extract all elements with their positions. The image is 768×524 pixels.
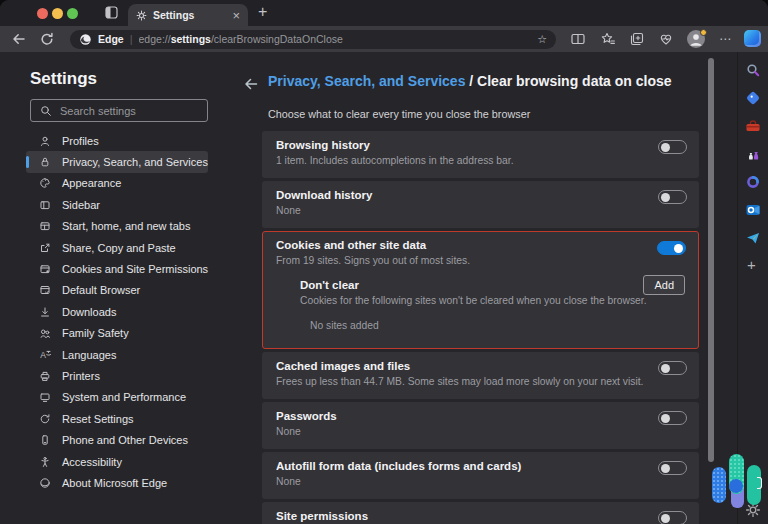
sidebar-item[interactable]: About Microsoft Edge [26, 472, 208, 493]
toggle-switch[interactable] [658, 461, 687, 475]
setting-subtitle: None [276, 476, 685, 487]
tab-title: Settings [153, 9, 226, 21]
toggle-switch[interactable] [658, 511, 687, 524]
setting-title: Passwords [276, 410, 685, 422]
sidebar-item[interactable]: Default Browser [26, 280, 208, 301]
setting-title: Autofill form data (includes forms and c… [276, 460, 685, 472]
rail-outlook-icon[interactable] [745, 202, 761, 218]
rail-tools-icon[interactable] [745, 118, 761, 134]
rail-drop-icon[interactable] [745, 230, 761, 246]
sidebar-item-label: Cookies and Site Permissions [62, 263, 208, 275]
sidebar-item-label: Default Browser [62, 284, 140, 296]
sidebar-item[interactable]: Accessibility [26, 451, 208, 472]
setting-subtitle: None [276, 205, 685, 216]
languages-icon: A [39, 349, 51, 361]
tab-strip: Settings × + [0, 0, 768, 26]
person-icon [39, 135, 51, 147]
sidebar-item[interactable]: System and Performance [26, 387, 208, 408]
traffic-light-zoom[interactable] [67, 8, 78, 19]
setting-subtitle: None [276, 426, 685, 437]
sidebar-item-label: Appearance [62, 177, 121, 189]
page-subtitle: Choose what to clear every time you clos… [268, 108, 530, 120]
toggle-switch[interactable] [657, 241, 686, 255]
search-settings-input[interactable] [60, 105, 180, 117]
toggle-knob [661, 464, 670, 473]
sidebar-item[interactable]: Privacy, Search, and Services [26, 151, 208, 172]
browser-essentials-icon[interactable] [658, 31, 674, 47]
start-icon [39, 220, 51, 232]
toggle-switch[interactable] [658, 190, 687, 204]
phone-icon [39, 434, 51, 446]
family-icon [39, 327, 51, 339]
sidebar-item-label: Profiles [62, 135, 99, 147]
favorites-icon[interactable] [600, 31, 616, 47]
sidebar-item[interactable]: Start, home, and new tabs [26, 216, 208, 237]
url-text: edge://settings/clearBrowsingDataOnClose [139, 33, 532, 45]
collections-icon[interactable] [629, 31, 645, 47]
refresh-button[interactable] [39, 31, 55, 47]
rail-m365-icon[interactable] [745, 174, 761, 190]
toggle-knob [661, 414, 670, 423]
back-button[interactable] [11, 31, 27, 47]
dont-clear-description: Cookies for the following sites won't be… [300, 295, 685, 306]
sidebar-item[interactable]: Share, Copy and Paste [26, 237, 208, 258]
sidebar-item[interactable]: Phone and Other Devices [26, 429, 208, 450]
breadcrumb-parent-link[interactable]: Privacy, Search, and Services [268, 73, 465, 89]
tab-close-icon[interactable]: × [232, 9, 240, 22]
sidebar-item[interactable]: Downloads [26, 301, 208, 322]
new-tab-button[interactable]: + [258, 3, 267, 21]
split-screen-icon[interactable] [570, 31, 586, 47]
edge-icon [39, 477, 51, 489]
toggle-switch[interactable] [658, 140, 687, 154]
sidebar-title: Settings [30, 69, 97, 89]
share-icon [39, 242, 51, 254]
page-scrollbar[interactable] [708, 58, 714, 462]
rail-add-button[interactable]: + [747, 256, 756, 273]
sidebar-item-label: About Microsoft Edge [62, 477, 167, 489]
copilot-icon[interactable] [744, 30, 761, 47]
setting-subtitle: 1 item. Includes autocompletions in the … [276, 155, 685, 166]
browser-icon [39, 284, 51, 296]
setting-subtitle: From 19 sites. Signs you out of most sit… [276, 255, 685, 266]
download-icon [39, 306, 51, 318]
sidebar-item[interactable]: Reset Settings [26, 408, 208, 429]
breadcrumb: Privacy, Search, and Services / Clear br… [268, 73, 672, 89]
printer-icon [39, 370, 51, 382]
cursor-overlay-blue-dot [729, 479, 743, 493]
url-bar[interactable]: Edge | edge://settings/clearBrowsingData… [70, 30, 556, 49]
sidebar-item[interactable]: Appearance [26, 173, 208, 194]
setting-row: Cookies and other site data From 19 site… [262, 231, 699, 349]
toolbar: Edge | edge://settings/clearBrowsingData… [0, 26, 768, 52]
sidebar-item[interactable]: ALanguages [26, 344, 208, 365]
sidebar-item[interactable]: Family Safety [26, 323, 208, 344]
setting-title: Cookies and other site data [276, 239, 685, 251]
sidebar-item-label: Share, Copy and Paste [62, 242, 176, 254]
toggle-switch[interactable] [658, 411, 687, 425]
toggle-knob [661, 143, 670, 152]
profile-badge [700, 29, 707, 36]
sidebar-item[interactable]: Printers [26, 365, 208, 386]
toggle-switch[interactable] [658, 361, 687, 375]
sidebar-item[interactable]: Sidebar [26, 194, 208, 215]
sidebar-item-label: Privacy, Search, and Services [62, 156, 208, 168]
breadcrumb-back-button[interactable] [243, 76, 259, 92]
workspaces-icon[interactable] [105, 6, 118, 19]
traffic-light-minimize[interactable] [52, 8, 63, 19]
cursor-overlay-blue-pill [712, 467, 726, 503]
sidebar-item[interactable]: Profiles [26, 130, 208, 151]
sidebar-item-label: Start, home, and new tabs [62, 220, 190, 232]
rail-shopping-icon[interactable] [745, 90, 761, 106]
more-menu-button[interactable]: ⋯ [719, 32, 732, 46]
traffic-light-close[interactable] [37, 8, 48, 19]
add-site-button[interactable]: Add [643, 275, 685, 295]
search-settings-box[interactable] [30, 99, 208, 122]
main-content: Privacy, Search, and Services / Clear br… [232, 52, 710, 524]
setting-row: Passwords None [262, 402, 699, 449]
rail-search-icon[interactable] [745, 62, 761, 78]
sidebar-item[interactable]: Cookies and Site Permissions [26, 258, 208, 279]
setting-title: Download history [276, 189, 685, 201]
url-separator: | [130, 33, 133, 45]
favorite-star-icon[interactable]: ☆ [537, 33, 547, 46]
settings-tab[interactable]: Settings × [128, 4, 248, 26]
rail-games-icon[interactable] [745, 146, 761, 162]
